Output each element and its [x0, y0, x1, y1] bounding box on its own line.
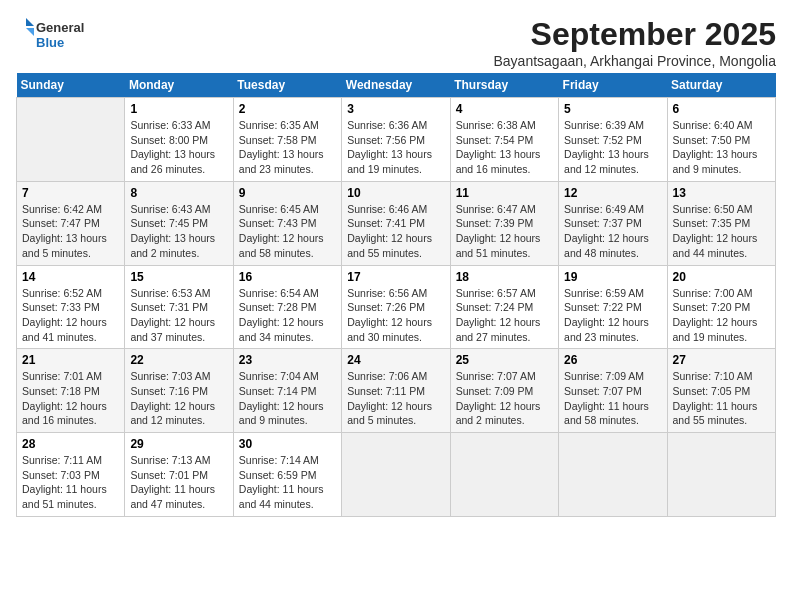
svg-marker-3	[26, 28, 34, 36]
week-row-4: 21 Sunrise: 7:01 AMSunset: 7:18 PMDaylig…	[17, 349, 776, 433]
calendar-cell: 5 Sunrise: 6:39 AMSunset: 7:52 PMDayligh…	[559, 98, 667, 182]
calendar-cell: 26 Sunrise: 7:09 AMSunset: 7:07 PMDaylig…	[559, 349, 667, 433]
day-info: Sunrise: 7:11 AMSunset: 7:03 PMDaylight:…	[22, 454, 107, 510]
day-number: 14	[22, 270, 119, 284]
day-info: Sunrise: 6:43 AMSunset: 7:45 PMDaylight:…	[130, 203, 215, 259]
day-number: 9	[239, 186, 336, 200]
day-info: Sunrise: 7:14 AMSunset: 6:59 PMDaylight:…	[239, 454, 324, 510]
calendar-cell: 7 Sunrise: 6:42 AMSunset: 7:47 PMDayligh…	[17, 181, 125, 265]
day-number: 25	[456, 353, 553, 367]
day-number: 16	[239, 270, 336, 284]
svg-text:Blue: Blue	[36, 35, 64, 50]
day-info: Sunrise: 6:52 AMSunset: 7:33 PMDaylight:…	[22, 287, 107, 343]
calendar-cell: 1 Sunrise: 6:33 AMSunset: 8:00 PMDayligh…	[125, 98, 233, 182]
svg-marker-2	[26, 18, 34, 26]
calendar-cell: 3 Sunrise: 6:36 AMSunset: 7:56 PMDayligh…	[342, 98, 450, 182]
day-info: Sunrise: 6:38 AMSunset: 7:54 PMDaylight:…	[456, 119, 541, 175]
day-info: Sunrise: 7:09 AMSunset: 7:07 PMDaylight:…	[564, 370, 649, 426]
logo: General Blue	[16, 16, 96, 52]
day-info: Sunrise: 6:45 AMSunset: 7:43 PMDaylight:…	[239, 203, 324, 259]
logo-svg: General Blue	[16, 16, 96, 52]
day-number: 2	[239, 102, 336, 116]
day-number: 27	[673, 353, 770, 367]
calendar-cell: 25 Sunrise: 7:07 AMSunset: 7:09 PMDaylig…	[450, 349, 558, 433]
calendar-cell: 8 Sunrise: 6:43 AMSunset: 7:45 PMDayligh…	[125, 181, 233, 265]
calendar-cell	[667, 433, 775, 517]
day-number: 6	[673, 102, 770, 116]
day-number: 21	[22, 353, 119, 367]
day-info: Sunrise: 6:57 AMSunset: 7:24 PMDaylight:…	[456, 287, 541, 343]
day-info: Sunrise: 6:46 AMSunset: 7:41 PMDaylight:…	[347, 203, 432, 259]
day-number: 18	[456, 270, 553, 284]
day-info: Sunrise: 6:35 AMSunset: 7:58 PMDaylight:…	[239, 119, 324, 175]
calendar-cell	[559, 433, 667, 517]
title-block: September 2025 Bayantsagaan, Arkhangai P…	[493, 16, 776, 69]
calendar-cell: 6 Sunrise: 6:40 AMSunset: 7:50 PMDayligh…	[667, 98, 775, 182]
day-number: 1	[130, 102, 227, 116]
day-number: 30	[239, 437, 336, 451]
day-info: Sunrise: 6:36 AMSunset: 7:56 PMDaylight:…	[347, 119, 432, 175]
day-number: 13	[673, 186, 770, 200]
day-info: Sunrise: 6:53 AMSunset: 7:31 PMDaylight:…	[130, 287, 215, 343]
page-title: September 2025	[493, 16, 776, 53]
calendar-table: SundayMondayTuesdayWednesdayThursdayFrid…	[16, 73, 776, 517]
day-number: 22	[130, 353, 227, 367]
calendar-cell: 28 Sunrise: 7:11 AMSunset: 7:03 PMDaylig…	[17, 433, 125, 517]
day-info: Sunrise: 7:07 AMSunset: 7:09 PMDaylight:…	[456, 370, 541, 426]
weekday-header-tuesday: Tuesday	[233, 73, 341, 98]
day-info: Sunrise: 6:56 AMSunset: 7:26 PMDaylight:…	[347, 287, 432, 343]
day-number: 23	[239, 353, 336, 367]
day-info: Sunrise: 7:04 AMSunset: 7:14 PMDaylight:…	[239, 370, 324, 426]
day-info: Sunrise: 6:33 AMSunset: 8:00 PMDaylight:…	[130, 119, 215, 175]
week-row-3: 14 Sunrise: 6:52 AMSunset: 7:33 PMDaylig…	[17, 265, 776, 349]
calendar-cell: 18 Sunrise: 6:57 AMSunset: 7:24 PMDaylig…	[450, 265, 558, 349]
calendar-cell: 23 Sunrise: 7:04 AMSunset: 7:14 PMDaylig…	[233, 349, 341, 433]
day-info: Sunrise: 6:50 AMSunset: 7:35 PMDaylight:…	[673, 203, 758, 259]
calendar-cell: 15 Sunrise: 6:53 AMSunset: 7:31 PMDaylig…	[125, 265, 233, 349]
day-info: Sunrise: 7:06 AMSunset: 7:11 PMDaylight:…	[347, 370, 432, 426]
day-number: 8	[130, 186, 227, 200]
calendar-cell: 9 Sunrise: 6:45 AMSunset: 7:43 PMDayligh…	[233, 181, 341, 265]
day-info: Sunrise: 7:13 AMSunset: 7:01 PMDaylight:…	[130, 454, 215, 510]
calendar-cell: 19 Sunrise: 6:59 AMSunset: 7:22 PMDaylig…	[559, 265, 667, 349]
day-number: 10	[347, 186, 444, 200]
day-number: 11	[456, 186, 553, 200]
day-number: 29	[130, 437, 227, 451]
day-number: 26	[564, 353, 661, 367]
day-number: 5	[564, 102, 661, 116]
day-number: 19	[564, 270, 661, 284]
weekday-header-row: SundayMondayTuesdayWednesdayThursdayFrid…	[17, 73, 776, 98]
calendar-cell: 12 Sunrise: 6:49 AMSunset: 7:37 PMDaylig…	[559, 181, 667, 265]
day-info: Sunrise: 7:03 AMSunset: 7:16 PMDaylight:…	[130, 370, 215, 426]
calendar-cell	[17, 98, 125, 182]
day-number: 15	[130, 270, 227, 284]
day-info: Sunrise: 6:49 AMSunset: 7:37 PMDaylight:…	[564, 203, 649, 259]
day-info: Sunrise: 7:01 AMSunset: 7:18 PMDaylight:…	[22, 370, 107, 426]
calendar-cell: 24 Sunrise: 7:06 AMSunset: 7:11 PMDaylig…	[342, 349, 450, 433]
day-info: Sunrise: 6:54 AMSunset: 7:28 PMDaylight:…	[239, 287, 324, 343]
day-number: 7	[22, 186, 119, 200]
weekday-header-sunday: Sunday	[17, 73, 125, 98]
calendar-cell: 11 Sunrise: 6:47 AMSunset: 7:39 PMDaylig…	[450, 181, 558, 265]
week-row-5: 28 Sunrise: 7:11 AMSunset: 7:03 PMDaylig…	[17, 433, 776, 517]
calendar-cell	[342, 433, 450, 517]
calendar-cell: 22 Sunrise: 7:03 AMSunset: 7:16 PMDaylig…	[125, 349, 233, 433]
calendar-cell: 21 Sunrise: 7:01 AMSunset: 7:18 PMDaylig…	[17, 349, 125, 433]
weekday-header-saturday: Saturday	[667, 73, 775, 98]
day-number: 24	[347, 353, 444, 367]
weekday-header-wednesday: Wednesday	[342, 73, 450, 98]
day-info: Sunrise: 6:39 AMSunset: 7:52 PMDaylight:…	[564, 119, 649, 175]
calendar-cell: 14 Sunrise: 6:52 AMSunset: 7:33 PMDaylig…	[17, 265, 125, 349]
day-info: Sunrise: 6:47 AMSunset: 7:39 PMDaylight:…	[456, 203, 541, 259]
day-info: Sunrise: 6:42 AMSunset: 7:47 PMDaylight:…	[22, 203, 107, 259]
calendar-cell: 4 Sunrise: 6:38 AMSunset: 7:54 PMDayligh…	[450, 98, 558, 182]
day-info: Sunrise: 7:10 AMSunset: 7:05 PMDaylight:…	[673, 370, 758, 426]
day-info: Sunrise: 7:00 AMSunset: 7:20 PMDaylight:…	[673, 287, 758, 343]
calendar-cell: 10 Sunrise: 6:46 AMSunset: 7:41 PMDaylig…	[342, 181, 450, 265]
day-number: 17	[347, 270, 444, 284]
page-subtitle: Bayantsagaan, Arkhangai Province, Mongol…	[493, 53, 776, 69]
day-number: 12	[564, 186, 661, 200]
day-number: 3	[347, 102, 444, 116]
svg-text:General: General	[36, 20, 84, 35]
weekday-header-friday: Friday	[559, 73, 667, 98]
